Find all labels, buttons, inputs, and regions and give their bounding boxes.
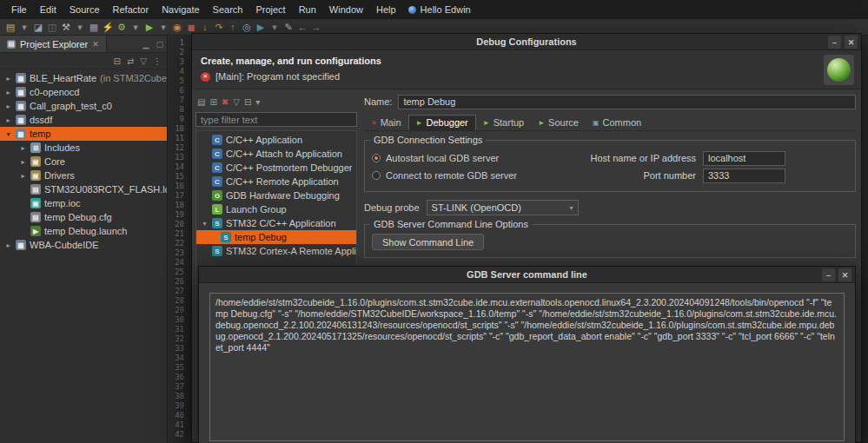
save-icon[interactable]: ◪ [31, 19, 45, 35]
profile-icon[interactable]: ◉ [170, 19, 184, 35]
tree-item[interactable]: ▣ temp.ioc [0, 196, 167, 210]
flash-icon[interactable]: ⚡ [101, 19, 115, 35]
tab-project-explorer[interactable]: ▤ Project Explorer ✕ [0, 36, 107, 52]
chevron-right-icon[interactable]: ▸ [19, 158, 27, 166]
chevron-right-icon[interactable]: ▸ [4, 116, 12, 124]
config-type[interactable]: L Launch Group [196, 202, 356, 216]
config-type[interactable]: S STM32 Cortex-A Remote Applica [196, 244, 356, 258]
config-temp-debug-selected[interactable]: S temp Debug [196, 230, 356, 244]
tree-item-temp-selected[interactable]: ▾ ▦ temp [0, 127, 167, 141]
chevron-right-icon[interactable]: ▸ [4, 89, 12, 96]
show-command-line-button[interactable]: Show Command Line [372, 234, 484, 250]
line-number: 12 [168, 143, 184, 153]
new-configuration-icon[interactable]: ▤ [197, 97, 205, 107]
remote-gdb-radio[interactable] [372, 171, 381, 180]
tab-main[interactable]: ✕ Main [364, 116, 408, 130]
tab-source[interactable]: ► Source [531, 116, 586, 130]
close-icon[interactable]: ✕ [92, 40, 99, 49]
filter-launch-icon[interactable]: ▽ [233, 97, 240, 107]
tab-debugger[interactable]: ► Debugger [408, 115, 476, 130]
menu-window[interactable]: Window [323, 2, 369, 17]
menu-project[interactable]: Project [249, 2, 291, 17]
new-project-icon[interactable]: ▦ [87, 19, 101, 35]
minimize-icon[interactable]: – [822, 268, 835, 281]
minimize-icon[interactable]: – [828, 36, 841, 49]
menu-file[interactable]: File [5, 2, 33, 17]
filter-icon[interactable]: ▽ [140, 56, 147, 66]
tree-item[interactable]: ▸ ▦ Call_graph_test_c0 [0, 99, 167, 113]
dialog-title-bar[interactable]: GDB Server command line – ✕ [199, 267, 855, 283]
view-menu-icon[interactable]: ⋮ [153, 56, 162, 66]
filter-input[interactable]: type filter text [195, 112, 357, 127]
chevron-right-icon[interactable]: ▸ [4, 241, 12, 249]
chevron-down-icon: ▾ [570, 204, 573, 212]
error-message: [Main]: Program not specified [215, 71, 340, 82]
debug-icon[interactable]: ⚙ [115, 19, 129, 35]
line-number: 3 [168, 57, 184, 67]
config-type[interactable]: G GDB Hardware Debugging [196, 188, 356, 202]
config-type[interactable]: C C/C++ Postmortem Debugger [196, 161, 356, 175]
run-icon[interactable]: ▶ [142, 19, 156, 35]
menu-navigate[interactable]: Navigate [156, 2, 205, 17]
tree-item[interactable]: ▤ STM32U083RCTX_FLASH.ld [0, 182, 167, 196]
c-remote-icon: C [212, 176, 222, 187]
tree-item[interactable]: ▸ ▦ dssdf [0, 113, 167, 127]
config-type-stm32[interactable]: ▾ S STM32 C/C++ Application [196, 216, 356, 230]
menu-search[interactable]: Search [207, 2, 249, 17]
config-type-label: STM32 Cortex-A Remote Applica [226, 246, 357, 256]
collapse-all-icon[interactable]: ⊟ [244, 97, 251, 107]
maximize-view-icon[interactable]: ▢ [152, 40, 167, 49]
config-type[interactable]: C C/C++ Attach to Application [196, 147, 356, 161]
file-icon: ▤ [30, 212, 41, 222]
link-with-editor-icon[interactable]: ⇄ [127, 56, 134, 66]
save-all-icon[interactable]: ◫ [45, 19, 59, 35]
new-wizard-icon[interactable]: ▤ [3, 19, 17, 35]
menu-refactor[interactable]: Refactor [107, 2, 156, 17]
autostart-gdb-radio[interactable] [372, 154, 381, 162]
build-icon[interactable]: ⚒ [59, 19, 73, 35]
close-icon[interactable]: ✕ [838, 268, 851, 281]
dialog-title-bar[interactable]: Debug Configurations – ✕ [192, 34, 861, 50]
duplicate-configuration-icon[interactable]: ⊞ [209, 97, 216, 107]
config-type[interactable]: C C/C++ Remote Application [196, 175, 356, 188]
tree-item[interactable]: ▸ ▦ c0-openocd [0, 85, 167, 99]
dropdown-icon[interactable]: ▾ [17, 19, 31, 35]
chevron-right-icon[interactable]: ▸ [4, 75, 12, 83]
dropdown-icon[interactable]: ▾ [129, 19, 142, 35]
user-greeting[interactable]: Hello Edwin [408, 4, 471, 15]
tree-item[interactable]: ▸ ⊞ Includes [0, 141, 167, 155]
chevron-down-icon[interactable]: ▾ [201, 220, 209, 228]
tree-item[interactable]: ▸ ▦ BLE_HeartRate (in STM32CubeIDE... [0, 71, 167, 85]
dropdown-icon[interactable]: ▾ [156, 19, 170, 35]
tree-item[interactable]: ▤ temp Debug.cfg [0, 210, 167, 224]
tab-startup[interactable]: ► Startup [476, 116, 531, 130]
chevron-right-icon[interactable]: ▸ [19, 144, 27, 152]
config-type[interactable]: C C/C++ Application [196, 133, 356, 147]
host-input[interactable]: localhost [703, 151, 785, 166]
tab-common[interactable]: ▣ Common [586, 116, 648, 130]
name-input[interactable]: temp Debug [398, 95, 856, 109]
project-icon: ▦ [16, 129, 26, 139]
tree-item[interactable]: ▶ temp Debug.launch [0, 224, 167, 238]
tree-item[interactable]: ▸ ▣ Core [0, 155, 167, 169]
minimize-view-icon[interactable]: ▁ [140, 40, 153, 49]
debug-probe-select[interactable]: ST-LINK (OpenOCD) ▾ [427, 200, 579, 215]
chevron-right-icon[interactable]: ▸ [4, 102, 12, 110]
tree-item[interactable]: ▸ ▣ Drivers [0, 169, 167, 182]
dropdown-icon[interactable]: ▾ [73, 19, 87, 35]
line-number: 8 [168, 105, 184, 115]
collapse-all-icon[interactable]: ⊟ [114, 56, 121, 66]
dropdown-icon[interactable]: ▾ [255, 97, 260, 107]
delete-configuration-icon[interactable]: ✖ [222, 97, 229, 107]
menu-help[interactable]: Help [370, 2, 402, 17]
menu-source[interactable]: Source [63, 2, 106, 17]
menu-run[interactable]: Run [293, 2, 322, 17]
chevron-right-icon[interactable]: ▸ [19, 172, 27, 180]
menu-edit[interactable]: Edit [34, 2, 63, 17]
gdb-command-text[interactable]: /home/eddie/st/stm32cubeide_1.16.0/plugi… [209, 293, 845, 441]
port-input[interactable]: 3333 [703, 169, 785, 183]
chevron-down-icon[interactable]: ▾ [4, 130, 12, 138]
project-icon: ▦ [16, 73, 26, 83]
tree-item[interactable]: ▸ ▦ WBA-CubdeIDE [0, 238, 167, 252]
close-icon[interactable]: ✕ [845, 36, 858, 49]
